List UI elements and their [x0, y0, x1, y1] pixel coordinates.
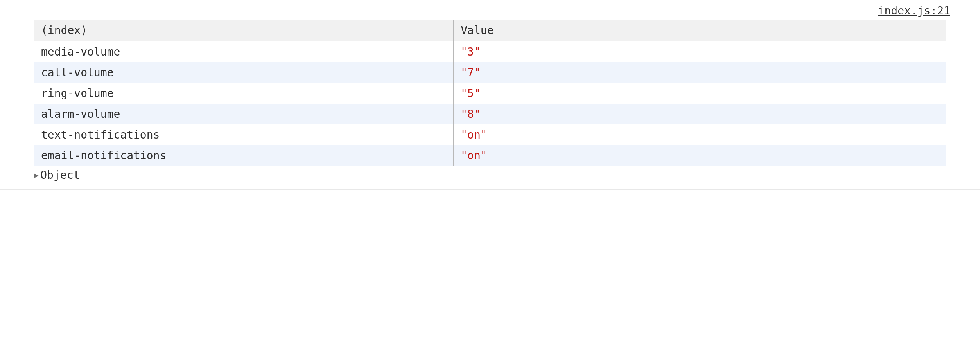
table-cell-value[interactable]: "3"	[454, 41, 946, 62]
table-row: alarm-volume "8"	[34, 104, 946, 124]
table-row: call-volume "7"	[34, 62, 946, 83]
object-expand-toggle[interactable]: ▶ Object	[34, 169, 974, 182]
table-header-value[interactable]: Value	[454, 20, 946, 41]
table-row: text-notifications "on"	[34, 124, 946, 145]
source-file-link[interactable]: index.js:21	[878, 4, 950, 17]
table-header-index[interactable]: (index)	[34, 20, 454, 41]
console-log-entry: index.js:21 (index) Value media-volume "…	[0, 0, 980, 190]
table-cell-value[interactable]: "8"	[454, 104, 946, 124]
table-cell-key[interactable]: alarm-volume	[34, 104, 454, 124]
table-cell-key[interactable]: ring-volume	[34, 83, 454, 104]
table-cell-key[interactable]: email-notifications	[34, 145, 454, 166]
table-cell-key[interactable]: call-volume	[34, 62, 454, 83]
table-row: ring-volume "5"	[34, 83, 946, 104]
table-cell-value[interactable]: "7"	[454, 62, 946, 83]
table-header-row: (index) Value	[34, 20, 946, 41]
object-label: Object	[40, 169, 80, 182]
console-table: (index) Value media-volume "3" call-volu…	[34, 20, 946, 166]
source-link-row: index.js:21	[6, 4, 974, 20]
table-cell-key[interactable]: text-notifications	[34, 124, 454, 145]
table-cell-value[interactable]: "on"	[454, 145, 946, 166]
table-row: email-notifications "on"	[34, 145, 946, 166]
expand-triangle-icon: ▶	[34, 170, 39, 180]
table-cell-value[interactable]: "5"	[454, 83, 946, 104]
table-cell-key[interactable]: media-volume	[34, 41, 454, 62]
table-cell-value[interactable]: "on"	[454, 124, 946, 145]
table-row: media-volume "3"	[34, 41, 946, 62]
